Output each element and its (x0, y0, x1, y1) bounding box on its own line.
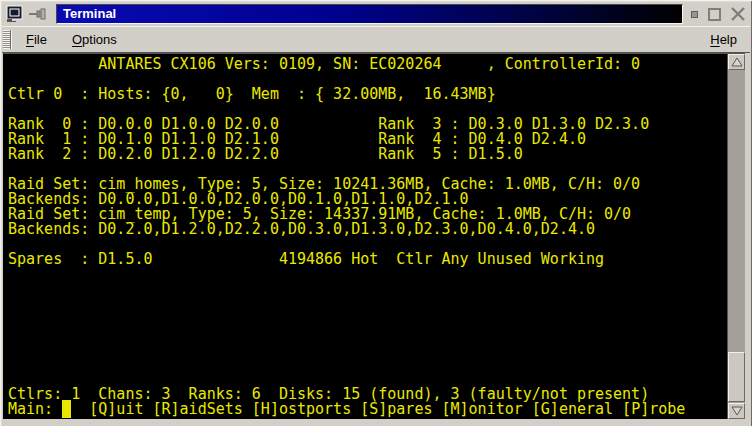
arrow-down-icon (731, 402, 743, 420)
scrollbar[interactable] (727, 54, 745, 419)
window-controls (691, 6, 748, 22)
scroll-up-button[interactable] (728, 54, 745, 70)
menu-options[interactable]: Options (68, 30, 121, 49)
menubar-grip-handle[interactable] (3, 30, 11, 49)
scroll-down-button[interactable] (728, 403, 745, 419)
pushpin-icon (28, 7, 52, 24)
terminal-content-area: ANTARES CX106 Vers: 0109, SN: EC020264 ,… (3, 53, 745, 419)
minimize-button[interactable] (691, 11, 698, 18)
terminal-window: Terminal File Options Help ANTARES CX106… (0, 0, 752, 426)
close-button[interactable] (730, 6, 746, 22)
window-title: Terminal (56, 4, 683, 24)
scrollbar-track[interactable] (728, 70, 745, 403)
menu-file[interactable]: File (22, 30, 51, 49)
terminal-icon (5, 10, 25, 27)
menubar: File Options Help (2, 26, 750, 53)
sticky-pin-button[interactable] (28, 7, 52, 21)
system-menu-button[interactable] (5, 5, 25, 24)
scrollbar-thumb[interactable] (728, 352, 745, 402)
terminal-output[interactable]: ANTARES CX106 Vers: 0109, SN: EC020264 ,… (3, 54, 727, 419)
maximize-button[interactable] (708, 8, 721, 21)
close-x-icon (730, 8, 746, 25)
menu-help[interactable]: Help (706, 30, 741, 49)
titlebar[interactable]: Terminal (4, 3, 748, 25)
arrow-up-icon (731, 53, 743, 71)
terminal-cursor (62, 400, 71, 418)
